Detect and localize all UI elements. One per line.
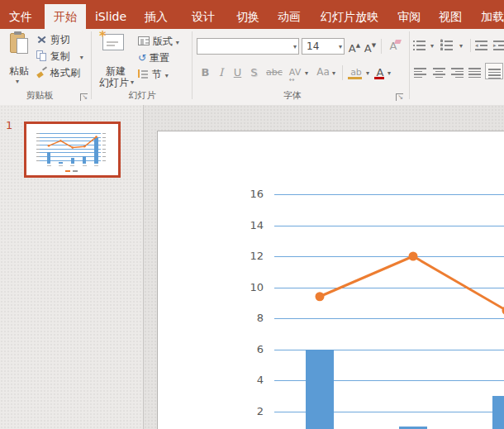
layout-label: 版式 <box>153 36 173 47</box>
text-shadow-button[interactable]: S <box>248 64 260 80</box>
slide-1-thumbnail[interactable] <box>24 122 121 178</box>
increase-indent-button[interactable]: ▸ <box>493 39 504 55</box>
section-button[interactable]: 节 ▾ <box>138 68 169 82</box>
text-highlight-dropdown-arrow[interactable]: ▾ <box>366 69 369 77</box>
distributed-align-button[interactable] <box>485 63 503 79</box>
bullets-dropdown-arrow[interactable]: ▾ <box>430 42 434 50</box>
chart-line-marker <box>316 292 325 301</box>
bullets-icon <box>413 40 426 51</box>
highlight-color-bar <box>348 77 362 79</box>
align-right-button[interactable] <box>451 65 464 81</box>
ribbon-tab-5[interactable]: 设计 <box>185 4 221 29</box>
font-size-combo[interactable]: 14 ▾ <box>302 38 345 55</box>
ribbon-tab-6[interactable]: 切换 <box>230 4 266 29</box>
numbering-button[interactable]: 1 2 3 <box>440 39 454 55</box>
format-painter-button[interactable]: 格式刷 <box>36 66 80 80</box>
character-spacing-dropdown-arrow[interactable]: ▾ <box>305 69 308 77</box>
align-left-button[interactable] <box>414 65 426 81</box>
thumbnail-legend-mark <box>65 170 70 172</box>
numbering-dropdown-arrow[interactable]: ▾ <box>459 42 463 50</box>
spacing-arrows-icon: ↔ <box>289 72 295 88</box>
clipboard-dialog-launcher[interactable]: ↘ <box>80 93 88 101</box>
decrease-indent-button[interactable]: ◂ <box>475 39 488 55</box>
section-icon <box>138 69 149 79</box>
increase-font-size-button[interactable]: A▲ <box>348 38 361 54</box>
align-center-button[interactable] <box>433 65 445 81</box>
paste-button[interactable]: 粘贴 ▾ <box>2 31 36 86</box>
ribbon-tab-3[interactable]: iSlide <box>91 4 131 29</box>
font-dialog-launcher[interactable]: ↘ <box>396 93 403 101</box>
ribbon: 粘贴 ▾ 剪切 复制 ▾ 格式刷 剪贴板 ↘ * 新建 幻灯片 ▾ <box>0 29 504 106</box>
ribbon-tab-8[interactable]: 幻灯片放映 <box>312 4 387 29</box>
justify-button[interactable] <box>468 65 481 81</box>
strikethrough-button[interactable]: abc <box>264 64 284 80</box>
italic-button[interactable]: I <box>216 64 226 80</box>
ribbon-tab-1[interactable]: 文件 <box>7 4 35 29</box>
clear-formatting-button[interactable]: A <box>385 38 402 54</box>
font-color-bar <box>374 77 384 79</box>
underline-button[interactable]: U <box>231 64 244 80</box>
reset-button[interactable]: ↺ 重置 <box>138 51 169 65</box>
font-name-value <box>197 39 201 50</box>
copy-label: 复制 <box>50 50 70 62</box>
reset-label: 重置 <box>150 52 169 64</box>
slide-number: 1 <box>6 119 12 131</box>
decrease-font-size-button[interactable]: A▼ <box>364 38 377 54</box>
cut-label: 剪切 <box>50 34 70 45</box>
eraser-icon <box>394 40 402 44</box>
powerpoint-window: 文件开始iSlide插入设计切换动画幻灯片放映审阅视图加载项 粘贴 ▾ 剪切 复… <box>0 0 504 429</box>
ribbon-tab-2[interactable]: 开始 <box>45 4 86 29</box>
new-slide-button[interactable]: * 新建 幻灯片 ▾ <box>96 31 136 86</box>
thumbnail-legend-mark <box>73 170 78 172</box>
cut-button[interactable]: 剪切 <box>36 33 70 47</box>
layout-button[interactable]: 版式 ▾ <box>138 35 179 49</box>
character-spacing-button[interactable]: AV↔ <box>287 64 303 80</box>
align-right-icon <box>451 67 464 78</box>
slide-thumbnail-panel[interactable]: 1 <box>0 105 144 429</box>
chart-line-marker <box>409 252 418 261</box>
clipboard-group-label: 剪贴板 <box>0 89 79 102</box>
bold-button[interactable]: B <box>199 64 212 80</box>
bullets-button[interactable] <box>413 39 426 55</box>
new-slide-dropdown-arrow[interactable]: ▾ <box>131 79 134 86</box>
numbering-icon: 1 2 3 <box>440 40 454 51</box>
font-color-button[interactable]: A <box>373 64 387 80</box>
ribbon-tab-7[interactable]: 动画 <box>271 4 307 29</box>
increase-indent-icon: ▸ <box>493 40 504 51</box>
font-group-label: 字体 <box>193 89 392 102</box>
ribbon-tab-9[interactable]: 审阅 <box>392 4 426 29</box>
format-painter-icon <box>36 67 47 78</box>
change-case-dropdown-arrow[interactable]: ▾ <box>332 69 335 77</box>
thumbnail-line-layer <box>26 124 118 175</box>
format-painter-label: 格式刷 <box>50 67 80 79</box>
slides-group-label: 幻灯片 <box>93 89 192 102</box>
ribbon-tab-bar: 文件开始iSlide插入设计切换动画幻灯片放映审阅视图加载项 <box>0 0 504 29</box>
ribbon-tab-11[interactable]: 加载项 <box>474 4 504 29</box>
ribbon-tab-4[interactable]: 插入 <box>140 4 172 29</box>
combo-chart[interactable]: 246810121416 <box>158 131 504 429</box>
layout-dropdown-arrow[interactable]: ▾ <box>176 39 179 46</box>
paste-dropdown-arrow[interactable]: ▾ <box>16 78 19 85</box>
font-name-combo[interactable]: ▾ <box>197 38 299 55</box>
ribbon-tab-10[interactable]: 视图 <box>433 4 468 29</box>
align-center-icon <box>433 67 445 78</box>
thumbnail-chart-preview <box>26 124 118 175</box>
chart-line <box>320 226 504 311</box>
font-name-dropdown-arrow[interactable]: ▾ <box>293 43 297 50</box>
editing-canvas[interactable]: 246810121416 <box>144 105 504 429</box>
align-left-icon <box>414 67 426 78</box>
change-case-button[interactable]: Aa <box>315 64 331 80</box>
font-color-dropdown-arrow[interactable]: ▾ <box>388 69 391 77</box>
text-highlight-button[interactable]: ab <box>347 64 365 80</box>
copy-button[interactable]: 复制 ▾ <box>36 50 83 64</box>
section-dropdown-arrow[interactable]: ▾ <box>165 72 169 79</box>
slide-canvas[interactable]: 246810121416 <box>157 131 504 429</box>
paste-label: 粘贴 <box>2 64 36 79</box>
copy-dropdown-arrow[interactable]: ▾ <box>80 54 83 61</box>
font-size-value: 14 <box>302 39 319 54</box>
main-content: 1 246810121416 <box>0 105 504 429</box>
new-slide-label-2: 幻灯片 <box>96 76 132 90</box>
justify-icon <box>468 67 481 78</box>
new-slide-icon: * <box>102 34 124 50</box>
font-size-dropdown-arrow[interactable]: ▾ <box>339 43 342 50</box>
